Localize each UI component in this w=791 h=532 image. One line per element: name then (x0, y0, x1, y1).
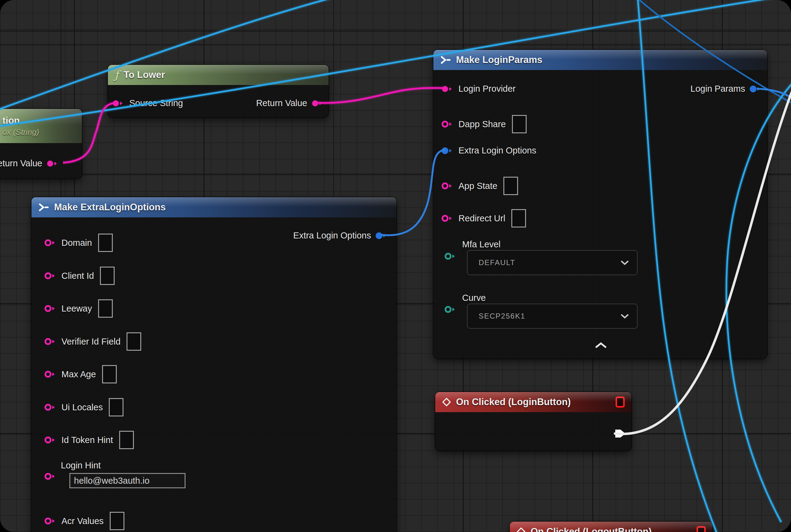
app-state-value-box[interactable] (503, 177, 518, 195)
curve-label: Curve (462, 293, 486, 303)
node-make-login-params-header[interactable]: Make LoginParams (433, 50, 767, 70)
login-hint-input[interactable] (70, 473, 186, 488)
source-string-pin[interactable] (112, 99, 125, 108)
node-title: Make ExtraLoginOptions (54, 202, 166, 213)
pin-label: Return Value (256, 98, 307, 108)
app-state-pin[interactable] (441, 182, 454, 190)
mfa-level-value: DEFAULT (479, 258, 515, 267)
pin-label: Client Id (61, 271, 94, 281)
mfa-level-pin[interactable] (444, 252, 457, 261)
pin-label: Redirect Url (459, 213, 505, 224)
curve-value: SECP256K1 (479, 312, 525, 320)
make-struct-icon (38, 203, 49, 211)
curve-dropdown[interactable]: SECP256K1 (467, 304, 638, 329)
pin-label: Leeway (61, 304, 92, 314)
node-title-fragment: tion (2, 115, 20, 126)
extra-login-options-out-pin[interactable] (375, 231, 388, 240)
pin-label: Login Provider (459, 84, 516, 94)
ui-locales-value-box[interactable] (109, 398, 123, 416)
pin-label: Domain (61, 238, 92, 248)
id-token-hint-pin[interactable] (44, 436, 57, 444)
dapp-share-pin[interactable] (441, 120, 454, 128)
client-id-pin[interactable] (44, 271, 57, 280)
mfa-level-dropdown[interactable]: DEFAULT (467, 250, 638, 275)
ui-locales-pin[interactable] (44, 403, 57, 412)
domain-pin[interactable] (44, 239, 57, 247)
node-title: On Clicked (LogoutButton) (530, 526, 652, 532)
extra-login-options-in-pin[interactable] (441, 147, 454, 155)
dapp-share-value-box[interactable] (512, 115, 527, 133)
pin-label: Extra Login Options (459, 146, 536, 156)
node-on-clicked-logout-header[interactable]: On Clicked (LogoutButton) (510, 521, 712, 532)
return-value-pin[interactable] (46, 159, 59, 168)
pin-label: Max Age (61, 369, 96, 379)
pin-label: Verifier Id Field (61, 337, 120, 347)
node-make-login-params[interactable]: Make LoginParams Login Provider Login Pa… (433, 50, 767, 359)
leeway-pin[interactable] (44, 304, 57, 313)
blueprint-graph-canvas[interactable]: ƒ To Lower Source String Return Value ti… (0, 0, 791, 532)
login-params-out-pin[interactable] (749, 85, 762, 93)
redirect-url-value-box[interactable] (512, 209, 526, 227)
event-icon (442, 397, 451, 407)
exec-out-pin[interactable] (615, 429, 626, 438)
redirect-url-pin[interactable] (441, 214, 454, 223)
node-title: On Clicked (LoginButton) (456, 397, 571, 407)
chevron-down-icon (620, 260, 629, 265)
node-to-lower[interactable]: ƒ To Lower Source String Return Value (108, 65, 329, 117)
pin-label: App State (459, 181, 497, 191)
mfa-level-label: Mfa Level (462, 240, 501, 249)
leeway-value-box[interactable] (98, 299, 113, 318)
domain-value-box[interactable] (98, 233, 113, 252)
function-icon: ƒ (115, 69, 119, 81)
event-icon (517, 527, 526, 532)
delegate-square-icon[interactable] (697, 526, 706, 532)
node-on-clicked-logout-button[interactable]: On Clicked (LogoutButton) (510, 521, 712, 532)
verifier-id-field-pin[interactable] (44, 337, 57, 346)
pin-label: Login Params (691, 84, 745, 94)
wire-pink-tolower-to-provider[interactable] (315, 88, 446, 103)
node-partial-header[interactable]: tion ox (String) (0, 109, 82, 143)
collapse-caret-icon[interactable] (595, 342, 607, 348)
login-hint-label: Login Hint (61, 460, 101, 471)
max-age-value-box[interactable] (102, 365, 117, 383)
verifier-id-field-value-box[interactable] (127, 332, 141, 351)
pin-label: Source String (129, 98, 183, 108)
pin-label: Id Token Hint (61, 435, 113, 445)
node-to-lower-header[interactable]: ƒ To Lower (108, 65, 329, 85)
pin-label: Extra Login Options (293, 230, 371, 241)
client-id-value-box[interactable] (100, 267, 115, 285)
node-title: To Lower (123, 70, 165, 80)
login-provider-pin[interactable] (441, 85, 454, 93)
id-token-hint-value-box[interactable] (119, 431, 134, 449)
node-on-clicked-login-button[interactable]: On Clicked (LoginButton) (435, 392, 632, 451)
pin-label: eturn Value (0, 158, 42, 169)
max-age-pin[interactable] (44, 370, 57, 379)
delegate-square-icon[interactable] (616, 397, 625, 407)
pin-label: Dapp Share (459, 119, 506, 129)
curve-pin[interactable] (444, 305, 457, 314)
node-partial-string-function[interactable]: tion ox (String) eturn Value (0, 109, 82, 178)
acr-values-value-box[interactable] (110, 512, 124, 530)
node-subtitle-fragment: ox (String) (2, 128, 39, 137)
chevron-down-icon (620, 314, 629, 319)
node-title: Make LoginParams (456, 54, 542, 65)
make-struct-icon (440, 56, 451, 64)
node-make-extra-login-options[interactable]: Make ExtraLoginOptions Extra Login Optio… (32, 197, 397, 532)
return-value-pin[interactable] (311, 99, 324, 108)
login-hint-pin[interactable] (44, 472, 57, 481)
acr-values-pin[interactable] (44, 517, 57, 525)
pin-label: Acr Values (61, 516, 103, 526)
pin-label: Ui Locales (61, 402, 103, 413)
node-on-clicked-login-header[interactable]: On Clicked (LoginButton) (435, 392, 632, 412)
node-make-extra-header[interactable]: Make ExtraLoginOptions (32, 197, 397, 217)
